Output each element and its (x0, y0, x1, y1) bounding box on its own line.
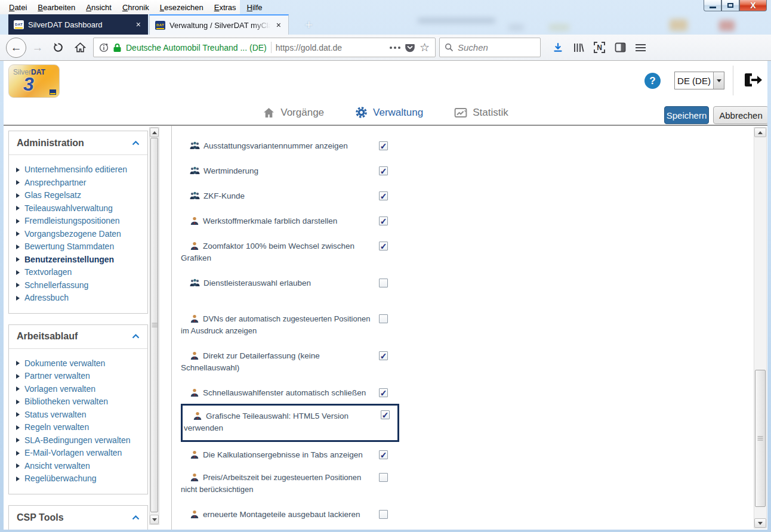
sidebar-item-schnellerfassung[interactable]: Schnellerfassung (16, 279, 141, 292)
setting-row[interactable]: Werkstoffmerkmale farblich darstellen ✓ (181, 215, 399, 227)
checkbox-checked[interactable]: ✓ (379, 166, 388, 175)
setting-row[interactable]: Die Kalkulationsergebnisse in Tabs anzei… (181, 449, 399, 461)
checkbox-unchecked[interactable] (379, 314, 388, 323)
nav-statistik[interactable]: Statistik (454, 107, 508, 119)
pocket-icon[interactable] (405, 42, 415, 53)
checkbox-checked[interactable]: ✓ (379, 242, 388, 250)
sidebar-item-regelueberwachung[interactable]: Regelüberwachung (16, 472, 141, 485)
sidebar-item-unternehmensinfo[interactable]: Unternehmensinfo editieren (16, 163, 141, 177)
chevron-up-icon[interactable] (132, 334, 140, 339)
checkbox-checked[interactable]: ✓ (379, 191, 388, 200)
page-actions-icon[interactable] (390, 47, 400, 49)
sidebar-item-regeln-verwalten[interactable]: Regeln verwalten (16, 421, 141, 434)
scrollbar-thumb[interactable] (150, 138, 158, 512)
sidebar-item-sla-bedingungen[interactable]: SLA-Bedingungen verwalten (16, 434, 141, 447)
menu-datei[interactable]: Datei (4, 1, 32, 14)
sidebar-item-vorlagen-verwalten[interactable]: Vorlagen verwalten (16, 383, 141, 396)
setting-row[interactable]: erneuerte Montageteile ausgebaut lackier… (181, 509, 399, 521)
help-button[interactable]: ? (644, 73, 661, 89)
scroll-up-button[interactable] (150, 128, 159, 137)
scroll-up-button[interactable] (754, 128, 766, 137)
sidebar-toggle-icon[interactable] (615, 42, 626, 52)
menu-chronik[interactable]: Chronik (117, 1, 155, 14)
language-select[interactable]: DE (DE) (674, 72, 724, 89)
logout-button[interactable] (742, 72, 763, 91)
page-info-icon[interactable] (99, 43, 109, 52)
url-text[interactable]: https://gold.dat.de (276, 43, 386, 52)
bookmark-star-icon[interactable]: ☆ (420, 42, 430, 53)
sidebar-item-vorgangsbezogene-daten[interactable]: Vorgangsbezogene Daten (16, 228, 141, 241)
new-tab-button[interactable]: + (301, 17, 316, 33)
sidebar-item-adressbuch[interactable]: Adressbuch (16, 292, 141, 305)
scroll-down-button[interactable] (754, 518, 766, 528)
checkbox-unchecked[interactable] (379, 510, 388, 519)
download-icon[interactable] (553, 42, 563, 53)
minimize-button[interactable] (704, 0, 721, 11)
language-dropdown-button[interactable] (713, 72, 724, 89)
checkbox-checked[interactable]: ✓ (379, 216, 388, 225)
sidebar-item-bibliotheken-verwalten[interactable]: Bibliotheken verwalten (16, 395, 141, 409)
chevron-up-icon[interactable] (132, 515, 140, 520)
sidebar-scrollbar[interactable] (149, 127, 159, 525)
menu-hilfe[interactable]: Hilfe (242, 1, 268, 14)
tab-verwaltung[interactable]: DAT Verwaltung / SilverDAT myClai × (149, 14, 289, 35)
setting-row[interactable]: Direkt zur Detailerfassung (keine Schnel… (181, 350, 399, 374)
menu-hamburger-icon[interactable] (636, 44, 646, 51)
sidebar-item-bewertung-stammdaten[interactable]: Bewertung Stammdaten (16, 240, 141, 253)
setting-row[interactable]: ZKF-Kunde ✓ (181, 190, 399, 202)
scrollbar-thumb[interactable] (755, 370, 766, 507)
tab-silverdat-dashboard[interactable]: DAT SilverDAT Dashboard × (8, 14, 148, 35)
chevron-up-icon[interactable] (132, 141, 140, 146)
url-bar[interactable]: Deutsche Automobil Treuhand ... (DE) htt… (93, 38, 436, 57)
sidebar-item-fremdleistungspositionen[interactable]: Fremdleistungspositionen (16, 215, 141, 228)
sidebar-item-glas-regelsatz[interactable]: Glas Regelsatz (16, 189, 141, 202)
panel-header[interactable]: CSP Tools (9, 506, 147, 530)
sidebar-item-email-vorlagen[interactable]: E-Mail-Vorlagen verwalten (16, 447, 141, 460)
search-bar[interactable]: Suchen (439, 38, 541, 57)
scroll-down-button[interactable] (150, 515, 159, 524)
back-button[interactable]: ← (6, 38, 26, 58)
panel-header[interactable]: Arbeitsablauf (9, 325, 147, 349)
maximize-button[interactable] (721, 0, 739, 11)
save-button[interactable]: Speichern (664, 106, 709, 124)
library-icon[interactable] (573, 42, 584, 53)
sidebar-item-partner-verwalten[interactable]: Partner verwalten (16, 370, 141, 383)
checkbox-checked[interactable]: ✓ (379, 450, 388, 459)
page-scrollbar[interactable] (754, 127, 767, 528)
setting-row[interactable]: Wertminderung ✓ (181, 165, 399, 177)
nav-verwaltung[interactable]: Verwaltung (355, 106, 423, 119)
menu-bearbeiten[interactable]: Bearbeiten (32, 1, 81, 14)
sidebar-item-status-verwalten[interactable]: Status verwalten (16, 409, 141, 422)
sidebar-item-dokumente-verwalten[interactable]: Dokumente verwalten (16, 357, 141, 370)
checkbox-checked[interactable]: ✓ (379, 351, 388, 360)
sidebar-item-textvorlagen[interactable]: Textvorlagen (16, 266, 141, 279)
reload-button[interactable] (49, 42, 67, 52)
menu-extras[interactable]: Extras (209, 1, 242, 14)
sidebar-item-benutzereinstellungen[interactable]: Benutzereinstellungen (16, 253, 141, 267)
sidebar-item-ansprechpartner[interactable]: Ansprechpartner (16, 177, 141, 190)
cancel-button[interactable]: Abbrechen (713, 106, 767, 124)
sidebar-item-teileauswahlverwaltung[interactable]: Teileauswahlverwaltung (16, 202, 141, 215)
setting-row[interactable]: Ausstattungsvariantennummer anzeigen ✓ (181, 140, 399, 152)
checkbox-checked[interactable]: ✓ (379, 388, 388, 397)
close-button[interactable]: X (739, 0, 767, 11)
home-button[interactable] (70, 42, 90, 53)
menu-ansicht[interactable]: Ansicht (81, 1, 117, 14)
checkbox-unchecked[interactable] (379, 473, 388, 482)
site-identity-label[interactable]: Deutsche Automobil Treuhand ... (DE) (126, 43, 267, 52)
setting-row-highlighted[interactable]: Grafische Teileauswahl: HTML5 Version ve… (184, 410, 397, 434)
setting-row[interactable]: Schnellauswahlfenster automatisch schlie… (181, 387, 399, 399)
checkbox-unchecked[interactable] (379, 279, 388, 287)
forward-button[interactable]: → (30, 41, 45, 54)
sidebar-item-ansicht-verwalten[interactable]: Ansicht verwalten (16, 460, 141, 473)
setting-row[interactable]: Dienstleisterauswahl erlauben (181, 277, 399, 289)
menu-lesezeichen[interactable]: Lesezeichen (155, 1, 209, 14)
tab-close-icon[interactable]: × (134, 20, 143, 29)
tab-close-icon[interactable]: × (275, 20, 283, 30)
checkbox-checked[interactable]: ✓ (381, 410, 390, 419)
setting-row[interactable]: Preis/Arbeitszeit bei zugesteuerten Posi… (181, 472, 399, 496)
setting-row[interactable]: DVNs der automatisch zugesteuerten Posit… (181, 313, 399, 337)
checkbox-checked[interactable]: ✓ (379, 141, 388, 150)
panel-header[interactable]: Administration (9, 131, 147, 155)
extension-n-icon[interactable]: N (594, 42, 605, 53)
